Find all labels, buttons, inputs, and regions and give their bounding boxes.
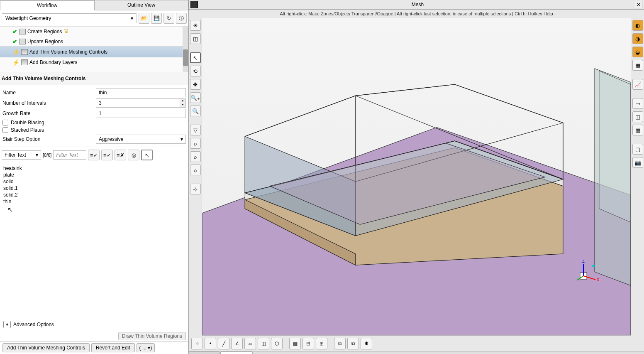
chart-button[interactable]: 📈 (632, 79, 643, 90)
mesh-icon (21, 49, 28, 55)
tab-outline[interactable]: Outline View (94, 0, 188, 10)
box-minus-button[interactable]: ⧉ (347, 338, 359, 349)
svg-point-21 (592, 265, 595, 267)
deselect-button[interactable]: ≡✗ (115, 150, 126, 160)
snapshot-button[interactable]: 📷 (632, 157, 643, 168)
stacked-plates-label: Stacked Plates (11, 127, 44, 133)
stair-label: Stair Step Option (2, 136, 96, 142)
zone-select-button[interactable]: ⬡ (271, 338, 283, 349)
intervals-spinner[interactable]: ▲▼ (96, 98, 186, 108)
workflow-type-select[interactable]: Watertight Geometry ▾ (2, 13, 137, 23)
tree-label: Create Regions (27, 29, 62, 34)
hidden-line-button[interactable]: ◒ (632, 47, 643, 57)
open-folder-button[interactable]: 📂 (139, 13, 149, 24)
intervals-input[interactable] (96, 99, 180, 107)
stair-select[interactable]: Aggressive ▾ (96, 135, 186, 144)
zoom-extents-tool[interactable]: ⌕ (190, 165, 201, 175)
tabs-top: Workflow Outline View (0, 0, 188, 10)
vertex-select-button[interactable]: ⁘ (191, 338, 203, 349)
svg-line-10 (356, 84, 455, 96)
reset-button[interactable]: ↻ (163, 13, 174, 24)
zoom-fit-tool[interactable]: ⌕ (190, 138, 201, 149)
box-plus-button[interactable]: ⧉ (334, 338, 346, 349)
tree-update-regions[interactable]: ✔ Update Regions (0, 37, 188, 47)
info-button[interactable]: ⓘ (176, 13, 187, 24)
layout-split-button[interactable]: ◫ (632, 111, 643, 122)
filter-text-input[interactable] (53, 150, 86, 160)
pick-button[interactable]: ↖ (141, 150, 153, 160)
pointer-tool[interactable]: ↖ (190, 52, 201, 63)
layout-single-button[interactable]: ▭ (632, 98, 643, 109)
name-label: Name (2, 90, 96, 96)
select-all-button[interactable]: ≡✓ (88, 150, 100, 160)
axis-tool[interactable]: ⊹ (190, 184, 201, 194)
list-item[interactable]: solid.1 (3, 185, 185, 192)
edge-select-button[interactable]: ╱ (218, 338, 229, 349)
plus-icon[interactable]: + (3, 321, 11, 328)
svg-text:z: z (582, 258, 585, 264)
axis-triad-icon: z x (577, 257, 606, 286)
tab-graphics[interactable]: Graphics (220, 352, 253, 354)
list-item[interactable]: solid (3, 178, 185, 185)
3d-viewport[interactable]: z x (202, 18, 631, 336)
filter-mode-select[interactable]: Filter Text ▾ (2, 150, 41, 160)
grid-v-button[interactable]: ⊞ (316, 338, 327, 349)
name-input[interactable] (96, 88, 186, 97)
cube-icon[interactable]: ◫ (190, 33, 201, 44)
draw-row: Draw Thin Volume Regions (0, 331, 188, 341)
stacked-plates-checkbox[interactable] (2, 127, 8, 133)
save-button[interactable]: 💾 (151, 13, 162, 24)
filter-row: Filter Text ▾ [0/6] ≡✓ ≡✓ ≡✗ ◎ ↖ (0, 147, 188, 163)
angle-select-button[interactable]: ∠ (231, 338, 243, 349)
bolt-icon: ⚡ (12, 59, 20, 66)
zoom-selection-tool[interactable]: ⌕ (190, 151, 201, 162)
double-biasing-checkbox[interactable] (2, 120, 8, 125)
point-select-button[interactable]: • (205, 338, 216, 349)
select-filter-tool[interactable]: ▽ (190, 125, 201, 135)
brightness-icon[interactable]: ☀ (190, 20, 201, 31)
highlight-button[interactable]: ◎ (128, 150, 139, 160)
list-item[interactable]: plate (3, 172, 185, 178)
mesh-titlebar: Mesh ✕ (189, 0, 644, 10)
tab-workflow[interactable]: Workflow (0, 0, 94, 10)
connectivity-button[interactable]: ✱ (361, 338, 372, 349)
close-button[interactable]: ✕ (635, 1, 642, 8)
tree-add-thin[interactable]: ⚡ Add Thin Volume Meshing Controls (0, 47, 188, 57)
list-item[interactable]: thin (3, 198, 185, 205)
wireframe-mode-button[interactable]: ◑ (632, 33, 643, 44)
region-icon (19, 39, 26, 44)
draw-regions-button[interactable]: Draw Thin Volume Regions (118, 332, 186, 340)
zoom-tool[interactable]: 🔍₊ (190, 92, 201, 103)
add-controls-button[interactable]: Add Thin Volume Meshing Controls (2, 343, 90, 352)
body-select-button[interactable]: ◫ (258, 338, 269, 349)
zoom-box-tool[interactable]: 🔍 (190, 106, 201, 116)
pan-tool[interactable]: ✥ (190, 79, 201, 90)
geometry-render (202, 18, 631, 336)
face-select-button[interactable]: ▱ (244, 338, 256, 349)
tree-create-regions[interactable]: ✔ Create Regions 🖫 (0, 27, 188, 37)
rotate-tool[interactable]: ⟲ (190, 66, 201, 76)
select-visible-button[interactable]: ≡✓ (101, 150, 113, 160)
spin-down[interactable]: ▼ (180, 103, 185, 107)
tab-console[interactable]: Console (189, 352, 220, 354)
spin-up[interactable]: ▲ (180, 99, 185, 103)
revert-edit-button[interactable]: Revert and Edit (91, 343, 135, 352)
growth-input[interactable] (96, 109, 186, 118)
grid-h-button[interactable]: ⊟ (302, 338, 314, 349)
check-icon: ✔ (12, 28, 17, 35)
layout-quad-button[interactable]: ▦ (632, 125, 643, 135)
fullscreen-button[interactable]: ▢ (632, 144, 643, 155)
tree-scrollbar[interactable] (183, 27, 188, 72)
transparency-button[interactable]: ▦ (632, 60, 643, 71)
more-actions-button[interactable]: ( ... ▾) (137, 343, 155, 352)
disk-icon: 🖫 (63, 29, 68, 34)
list-item[interactable]: heatsink (3, 165, 185, 172)
advanced-row[interactable]: + Advanced Options (0, 318, 188, 331)
tree-add-boundary[interactable]: ⚡ Add Boundary Layers (0, 57, 188, 67)
shaded-mode-button[interactable]: ◐ (632, 20, 643, 31)
mesh-logo-icon (190, 1, 198, 8)
tree-label: Add Thin Volume Meshing Controls (29, 49, 107, 55)
stair-value: Aggressive (99, 136, 123, 142)
list-item[interactable]: solid.2 (3, 192, 185, 198)
grid-button[interactable]: ▦ (289, 338, 301, 349)
